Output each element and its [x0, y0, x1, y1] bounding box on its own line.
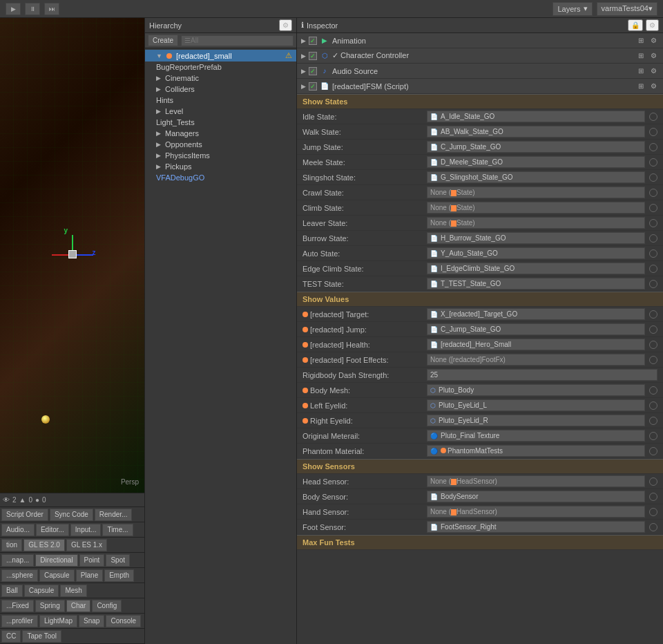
dash-strength-box[interactable]: 25	[427, 369, 657, 381]
audio-source-header[interactable]: ▶ ✓ ♪ Audio Source ⊞ ⚙	[297, 64, 663, 79]
phantom-material-box[interactable]: 🔵 PhantomMatTests	[427, 445, 645, 457]
auto-state-box[interactable]: 📄 Y_Auto_State_GO	[427, 247, 645, 259]
leaver-state-box[interactable]: None (▬State)	[427, 217, 645, 229]
lightmap-button[interactable]: LightMap	[39, 615, 77, 627]
test-state-box[interactable]: 📄 T_TEST_State_GO	[427, 278, 645, 290]
crawl-state-box[interactable]: None (▬State)	[427, 187, 645, 198]
inspector-settings-button[interactable]: ⚙	[646, 19, 659, 31]
left-eyelid-box[interactable]: ⬡ Pluto_EyeLid_L	[427, 399, 645, 411]
fsm-gear-icon[interactable]: ⚙	[648, 82, 659, 91]
idle-state-box[interactable]: 📄 A_Idle_State_GO	[427, 111, 645, 122]
field-circle[interactable]	[649, 173, 657, 182]
script-order-button[interactable]: Script Order	[1, 509, 48, 521]
editor-button[interactable]: Editor...	[36, 524, 69, 536]
list-item[interactable]: ▶ PhysicsItems	[145, 150, 296, 161]
field-circle[interactable]	[649, 386, 657, 395]
comp-checkbox[interactable]: ✓	[309, 82, 317, 91]
health-box[interactable]: 📄 [redacted]_Hero_Small	[427, 339, 645, 350]
field-circle[interactable]	[649, 523, 657, 531]
spring-button[interactable]: Spring	[35, 600, 65, 612]
field-circle[interactable]	[649, 356, 657, 364]
ball-button[interactable]: Ball	[1, 585, 23, 597]
list-item[interactable]: BugReporterPrefab	[145, 61, 296, 73]
char-ctrl-menu-icon[interactable]: ⊞	[636, 51, 646, 60]
burrow-state-box[interactable]: 📄 H_Burrow_State_GO	[427, 232, 645, 244]
field-circle[interactable]	[649, 204, 657, 212]
profiler-button[interactable]: ...profiler	[1, 615, 38, 627]
field-circle[interactable]	[649, 432, 657, 440]
edge-climb-state-box[interactable]: 📄 I_EdgeClimb_State_GO	[427, 263, 645, 274]
plane-button[interactable]: Plane	[76, 569, 104, 582]
hier-item-selected[interactable]: ▼ [redacted]_small ⚠	[145, 50, 296, 61]
spot-button[interactable]: Spot	[106, 554, 130, 567]
list-item[interactable]: ▶ Opponents	[145, 139, 296, 150]
char-ctrl-gear-icon[interactable]: ⚙	[648, 51, 659, 60]
jump-state-box[interactable]: 📄 C_Jump_State_GO	[427, 141, 645, 153]
time-button[interactable]: Time...	[102, 524, 133, 536]
character-controller-header[interactable]: ▶ ✓ ⬡ ✓ Character Controller ⊞ ⚙	[297, 48, 663, 64]
audio-menu-icon[interactable]: ⊞	[636, 66, 646, 75]
field-circle[interactable]	[649, 128, 657, 136]
field-circle[interactable]	[649, 143, 657, 151]
list-item[interactable]: ▶ Pickups	[145, 161, 296, 172]
list-item[interactable]: ▶ Cinematic	[145, 73, 296, 84]
hierarchy-settings-button[interactable]: ⚙	[279, 19, 292, 31]
empth-button[interactable]: Empth	[104, 569, 134, 582]
comp-checkbox[interactable]: ✓	[309, 37, 317, 45]
field-circle[interactable]	[649, 508, 657, 516]
field-circle[interactable]	[649, 265, 657, 273]
list-item-vfa[interactable]: VFADebugGO	[145, 172, 296, 183]
gles2-button[interactable]: GL ES 2.0	[23, 539, 65, 551]
body-sensor-box[interactable]: 📄 BodySensor	[427, 491, 645, 502]
field-circle[interactable]	[649, 447, 657, 455]
list-item[interactable]: ▶ Managers	[145, 128, 296, 139]
varma-dropdown[interactable]: varmaTests04▾	[597, 2, 657, 16]
hand-sensor-box[interactable]: None (▬HandSensor)	[427, 506, 645, 518]
snap-button[interactable]: Snap	[79, 615, 104, 627]
audio-button[interactable]: Audio...	[1, 524, 35, 536]
render-button[interactable]: Render...	[95, 509, 133, 521]
meele-state-box[interactable]: 📄 D_Meele_State_GO	[427, 156, 645, 168]
fixed-button[interactable]: ...Fixed	[1, 600, 34, 612]
field-circle[interactable]	[649, 417, 657, 425]
cc-button[interactable]: CC	[1, 630, 21, 643]
head-sensor-box[interactable]: None (▬HeadSensor)	[427, 475, 645, 487]
comp-checkbox[interactable]: ✓	[309, 52, 317, 60]
char-button[interactable]: Char	[66, 600, 91, 612]
field-circle[interactable]	[649, 158, 657, 167]
pause-button[interactable]: ⏸	[25, 3, 40, 15]
list-item[interactable]: ▶ Level	[145, 106, 296, 117]
hierarchy-search-input[interactable]	[181, 35, 294, 46]
animation-gear-icon[interactable]: ⚙	[648, 36, 659, 45]
directional-button[interactable]: Directional	[35, 554, 77, 567]
audio-gear-icon[interactable]: ⚙	[648, 66, 659, 75]
field-circle[interactable]	[649, 325, 657, 334]
config-button[interactable]: Config	[92, 600, 122, 612]
foot-effects-box[interactable]: None ([redacted]FootFx)	[427, 354, 645, 366]
tape-tool-button[interactable]: Tape Tool	[22, 630, 61, 643]
jump-box[interactable]: 📄 C_Jump_State_GO	[427, 323, 645, 335]
console-button[interactable]: Console	[106, 615, 141, 627]
nap-button[interactable]: ...nap...	[1, 554, 34, 567]
field-circle[interactable]	[649, 401, 657, 410]
field-circle[interactable]	[649, 493, 657, 501]
slingshot-state-box[interactable]: 📄 G_Slingshot_State_GO	[427, 171, 645, 183]
body-mesh-box[interactable]: ⬡ Pluto_Body	[427, 384, 645, 396]
field-circle[interactable]	[649, 310, 657, 319]
sphere-button[interactable]: ...sphere	[1, 569, 38, 582]
field-circle[interactable]	[649, 219, 657, 227]
create-button[interactable]: Create	[148, 35, 178, 46]
original-material-box[interactable]: 🔵 Pluto_Final Texture	[427, 430, 645, 442]
target-box[interactable]: 📄 X_[redacted]_Target_GO	[427, 308, 645, 320]
foot-sensor-box[interactable]: 📄 FootSensor_Right	[427, 521, 645, 533]
input-button[interactable]: Input...	[70, 524, 102, 536]
fsm-menu-icon[interactable]: ⊞	[636, 82, 646, 91]
inspector-lock-button[interactable]: 🔒	[628, 19, 643, 31]
field-circle[interactable]	[649, 113, 657, 121]
layers-dropdown[interactable]: Layers ▾	[552, 2, 592, 16]
comp-checkbox[interactable]: ✓	[309, 67, 317, 75]
field-circle[interactable]	[649, 249, 657, 258]
step-button[interactable]: ⏭	[44, 3, 59, 15]
fsm-script-header[interactable]: ▶ ✓ 📄 [redacted]FSM (Script) ⊞ ⚙	[297, 79, 663, 94]
climb-state-box[interactable]: None (▬State)	[427, 202, 645, 214]
